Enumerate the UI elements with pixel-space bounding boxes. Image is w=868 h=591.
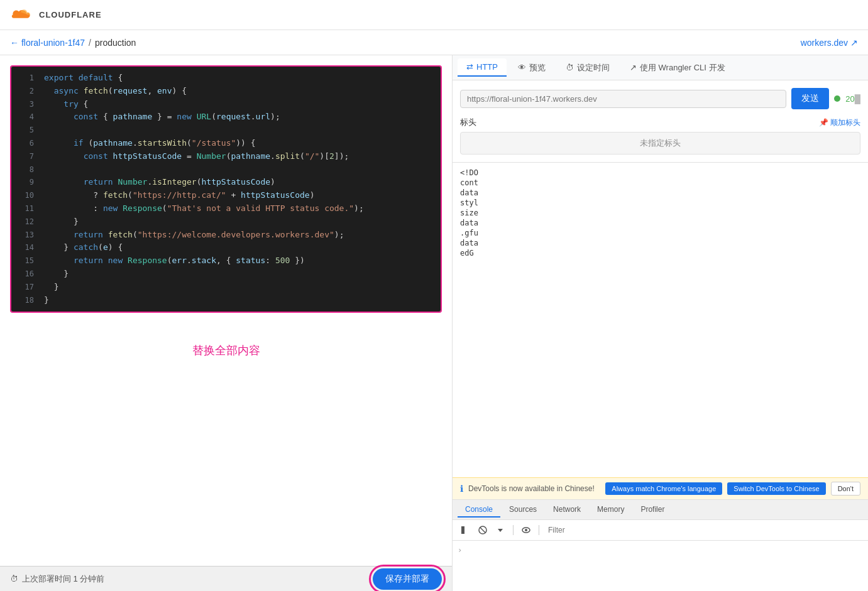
response-line-3: data: [460, 188, 860, 198]
bottom-bar: ⏱ 上次部署时间 1 分钟前 保存并部署: [0, 566, 452, 591]
line-num-6: 6: [16, 138, 34, 149]
breadcrumb-bar: ← floral-union-1f47 / production workers…: [0, 30, 868, 55]
status-dot: [834, 95, 840, 102]
dropdown-button[interactable]: [493, 523, 508, 538]
main-layout: 1 export default { 2 async fetch(request…: [0, 55, 868, 591]
devtools-tab-profiler[interactable]: Profiler: [633, 502, 672, 518]
info-icon: ℹ: [460, 484, 463, 494]
line-num-11: 11: [16, 203, 34, 215]
console-area[interactable]: ›: [453, 541, 868, 591]
code-line-18: 18 }: [11, 294, 441, 307]
preview-icon: 👁: [518, 63, 526, 72]
top-header: CLOUDFLARE: [0, 0, 868, 30]
wrangler-icon: ↗: [630, 63, 637, 72]
line-num-10: 10: [16, 190, 34, 202]
status-icon: ⏱: [10, 574, 18, 583]
devtools-bottom: Console Sources Network Memory Profiler: [453, 499, 868, 591]
http-icon: ⇄: [466, 62, 473, 72]
svg-line-2: [480, 528, 485, 533]
save-deploy-button[interactable]: 保存并部署: [373, 568, 442, 590]
svg-point-5: [525, 529, 527, 531]
status-code: 20█: [845, 94, 860, 104]
breadcrumb-back[interactable]: ← floral-union-1f47: [10, 38, 85, 48]
code-line-17: 17 }: [11, 281, 441, 294]
devtools-tab-sources[interactable]: Sources: [502, 502, 544, 518]
code-line-7: 7 const httpStatusCode = Number(pathname…: [11, 150, 441, 163]
code-line-4: 4 const { pathname } = new URL(request.u…: [11, 111, 441, 124]
devtools-tab-memory[interactable]: Memory: [590, 502, 632, 518]
send-button[interactable]: 发送: [791, 88, 829, 109]
no-errors-icon: [478, 525, 488, 535]
devtools-tab-console[interactable]: Console: [458, 502, 500, 518]
breadcrumb-separator: /: [89, 38, 91, 48]
line-num-4: 4: [16, 111, 34, 123]
code-line-13: 13 return fetch("https://welcome.develop…: [11, 229, 441, 242]
code-panel: 1 export default { 2 async fetch(request…: [0, 55, 453, 591]
stop-icon: [460, 525, 470, 535]
status-text-label: 上次部署时间 1 分钟前: [22, 573, 104, 585]
toolbar-divider-2: [539, 525, 539, 535]
code-editor-area[interactable]: 1 export default { 2 async fetch(request…: [0, 55, 452, 566]
line-num-3: 3: [16, 99, 34, 111]
line-num-7: 7: [16, 151, 34, 163]
eye-icon: [521, 525, 531, 535]
headers-title-row: 标头 📌 顺加标头: [460, 117, 860, 128]
notification-text: DevTools is now available in Chinese!: [468, 484, 600, 493]
code-content[interactable]: 1 export default { 2 async fetch(request…: [11, 67, 441, 312]
console-prompt: ›: [458, 546, 863, 555]
response-line-7: .gfu: [460, 228, 860, 238]
tab-time[interactable]: ⏱ 设定时间: [557, 58, 618, 77]
add-header-link[interactable]: 📌 顺加标头: [819, 117, 860, 128]
code-line-8: 8: [11, 163, 441, 176]
cloudflare-icon: [10, 6, 35, 24]
replace-all-text: 替换全部内容: [0, 318, 452, 371]
deploy-status: ⏱ 上次部署时间 1 分钟前: [10, 573, 104, 585]
line-num-1: 1: [16, 72, 34, 84]
response-area[interactable]: <!DO cont data styl size data .gfu data …: [453, 163, 868, 477]
line-num-15: 15: [16, 255, 34, 267]
dont-btn[interactable]: Don't: [831, 482, 860, 496]
line-num-9: 9: [16, 176, 34, 188]
console-filter-input[interactable]: [544, 524, 863, 536]
line-num-13: 13: [16, 229, 34, 241]
code-line-12: 12 }: [11, 215, 441, 229]
devtools-panel: ⇄ HTTP 👁 预览 ⏱ 设定时间 ↗ 使用 Wrangler CLI 开发 …: [453, 55, 868, 591]
url-bar: 发送 20█: [460, 88, 860, 109]
line-num-8: 8: [16, 164, 34, 176]
code-line-9: 9 return Number.isInteger(httpStatusCode…: [11, 176, 441, 189]
clear-console-button[interactable]: [458, 523, 473, 538]
code-line-2: 2 async fetch(request, env) {: [11, 85, 441, 98]
always-match-btn[interactable]: Always match Chrome's language: [605, 482, 722, 495]
code-line-1: 1 export default {: [11, 72, 441, 85]
tab-preview[interactable]: 👁 预览: [509, 58, 554, 77]
tab-wrangler[interactable]: ↗ 使用 Wrangler CLI 开发: [621, 58, 734, 77]
line-num-18: 18: [16, 295, 34, 306]
chevron-down-icon: [497, 527, 503, 533]
code-line-16: 16 }: [11, 268, 441, 281]
line-num-16: 16: [16, 268, 34, 280]
code-line-11: 11 : new Response("That's not a valid HT…: [11, 202, 441, 215]
breadcrumb-current: production: [95, 38, 136, 48]
svg-marker-3: [498, 529, 503, 532]
svg-rect-0: [461, 526, 464, 534]
line-num-12: 12: [16, 216, 34, 228]
response-line-6: data: [460, 218, 860, 228]
no-headers-placeholder: 未指定标头: [460, 132, 860, 155]
code-line-14: 14 } catch(e) {: [11, 241, 441, 254]
workers-dev-link[interactable]: workers.dev ↗: [801, 38, 858, 48]
tab-http[interactable]: ⇄ HTTP: [458, 58, 507, 77]
devtools-tab-network[interactable]: Network: [546, 502, 588, 518]
response-line-1: <!DO: [460, 168, 860, 178]
headers-section: 标头 📌 顺加标头 未指定标头: [460, 117, 860, 155]
code-line-6: 6 if (pathname.startsWith("/status")) {: [11, 137, 441, 150]
line-num-17: 17: [16, 281, 34, 293]
eye-button[interactable]: [519, 523, 534, 538]
devtools-tabs-bar: Console Sources Network Memory Profiler: [453, 500, 868, 520]
no-errors-button[interactable]: [475, 523, 490, 538]
line-num-5: 5: [16, 124, 34, 136]
pin-icon: 📌: [819, 118, 828, 127]
switch-devtools-btn[interactable]: Switch DevTools to Chinese: [727, 482, 825, 495]
response-line-2: cont: [460, 178, 860, 188]
url-input[interactable]: [460, 90, 786, 108]
code-line-15: 15 return new Response(err.stack, { stat…: [11, 254, 441, 268]
